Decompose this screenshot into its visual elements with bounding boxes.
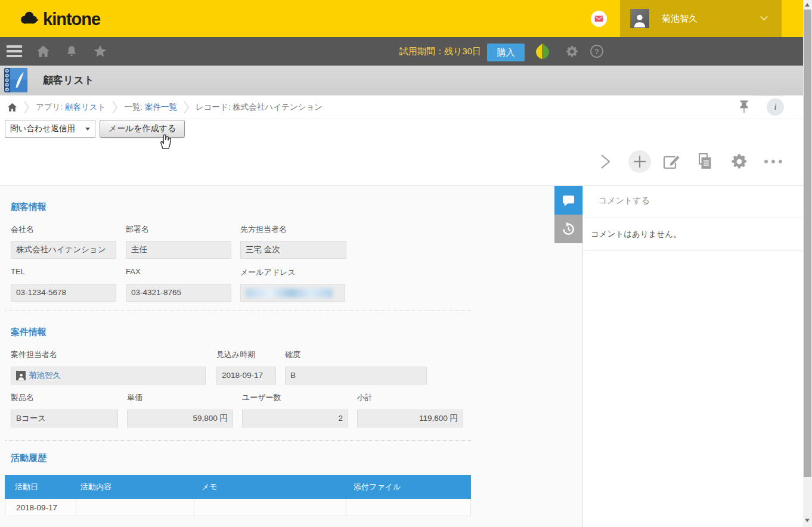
column-header: 添付ファイル bbox=[346, 475, 471, 499]
caret-down-icon bbox=[85, 128, 90, 131]
table-cell: 2018-09-17 bbox=[5, 499, 76, 516]
comment-compose-area[interactable]: コメントする bbox=[583, 186, 803, 218]
activity-table: 活動日 活動内容 メモ 添付ファイル 2018-09-17 bbox=[5, 475, 471, 516]
user-name: 菊池智久 bbox=[662, 13, 698, 24]
field-value-fax: 03-4321-8765 bbox=[126, 284, 231, 302]
add-record-button[interactable] bbox=[628, 150, 651, 173]
field-label: メールアドレス bbox=[240, 267, 296, 278]
mail-template-selected: 問い合わせ返信用 bbox=[10, 123, 75, 134]
mail-notification-button[interactable] bbox=[591, 11, 607, 27]
chevron-down-icon bbox=[760, 16, 768, 21]
beginner-mark-icon[interactable] bbox=[535, 43, 550, 60]
home-icon[interactable] bbox=[33, 37, 52, 66]
comment-empty-row: コメントはありません。 bbox=[583, 218, 803, 251]
section-divider bbox=[5, 440, 471, 441]
comments-tab-icon bbox=[562, 194, 575, 207]
field-label: 会社名 bbox=[11, 224, 34, 235]
field-label: 製品名 bbox=[11, 392, 34, 403]
table-cell bbox=[76, 499, 194, 516]
field-label: 部署名 bbox=[126, 224, 149, 235]
field-value-department: 主任 bbox=[126, 241, 231, 259]
kintone-logo[interactable]: kintone bbox=[19, 9, 100, 29]
info-icon[interactable]: i bbox=[767, 98, 784, 116]
global-toolbar: 試用期間：残り30日 購入 ? bbox=[0, 37, 812, 66]
field-label: ユーザー数 bbox=[242, 392, 281, 403]
cursor-icon bbox=[157, 132, 172, 150]
assignee-link[interactable]: 菊池智久 bbox=[29, 367, 61, 384]
avatar bbox=[630, 9, 649, 28]
breadcrumb: アプリ: 顧客リスト 一覧: 案件一覧 レコード: 株式会社ハイテンション bbox=[0, 96, 812, 119]
section-title-case: 案件情報 bbox=[11, 327, 47, 338]
settings-icon[interactable] bbox=[562, 37, 581, 66]
breadcrumb-app: アプリ: 顧客リスト bbox=[36, 102, 106, 113]
table-cell bbox=[346, 499, 470, 516]
app-title-bar: 顧客リスト bbox=[0, 66, 812, 95]
field-label: 確度 bbox=[285, 349, 300, 360]
breadcrumb-list: 一覧: 案件一覧 bbox=[124, 102, 177, 113]
plus-icon bbox=[633, 155, 646, 168]
field-value-probability: B bbox=[285, 367, 427, 385]
user-chip: 菊池智久 bbox=[16, 367, 200, 384]
user-menu[interactable]: 菊池智久 bbox=[620, 0, 782, 37]
field-value-user-count: 2 bbox=[242, 410, 348, 427]
table-cell bbox=[194, 499, 346, 516]
breadcrumb-separator-icon bbox=[184, 100, 189, 114]
menu-icon[interactable] bbox=[5, 37, 24, 66]
scrollbar-thumb[interactable] bbox=[804, 10, 811, 477]
pin-icon[interactable] bbox=[738, 100, 752, 115]
field-value-tel: 03-1234-5678 bbox=[11, 284, 116, 302]
scroll-up-arrow[interactable] bbox=[805, 3, 810, 7]
top-header-bar: kintone 菊池智久 bbox=[0, 0, 812, 37]
field-value-contact: 三宅 金次 bbox=[240, 241, 346, 259]
edit-record-icon[interactable] bbox=[663, 153, 681, 169]
next-record-icon[interactable] bbox=[599, 154, 613, 169]
tab-history[interactable] bbox=[554, 215, 582, 243]
field-value-product: Bコース bbox=[11, 410, 118, 427]
redaction-blur bbox=[246, 289, 333, 297]
breadcrumb-list-link[interactable]: 案件一覧 bbox=[145, 103, 177, 111]
field-label: TEL bbox=[11, 267, 25, 276]
tab-comments[interactable] bbox=[554, 186, 582, 215]
field-value-subtotal: 119,600 円 bbox=[357, 410, 463, 427]
favorites-icon[interactable] bbox=[91, 37, 110, 66]
breadcrumb-separator-icon bbox=[24, 100, 29, 114]
mail-template-select[interactable]: 問い合わせ返信用 bbox=[5, 120, 95, 138]
section-title-customer: 顧客情報 bbox=[11, 202, 47, 213]
breadcrumb-home-icon[interactable] bbox=[7, 103, 17, 112]
field-label: 見込み時期 bbox=[216, 349, 255, 360]
breadcrumb-record-label: レコード: 株式会社ハイテンション bbox=[196, 102, 323, 113]
field-label: FAX bbox=[126, 267, 141, 276]
page-title: 顧客リスト bbox=[43, 66, 94, 95]
avatar-icon bbox=[633, 13, 646, 28]
breadcrumb-app-prefix: アプリ: bbox=[36, 103, 65, 111]
help-icon[interactable]: ? bbox=[590, 45, 603, 58]
record-detail-form: 顧客情報 会社名 部署名 先方担当者名 株式会社ハイテンション 主任 三宅 金次… bbox=[0, 185, 582, 527]
activity-table-header: 活動日 活動内容 メモ 添付ファイル bbox=[5, 475, 471, 499]
breadcrumb-separator-icon bbox=[112, 100, 117, 114]
field-value-unit-price: 59,800 円 bbox=[127, 410, 233, 427]
avatar-icon bbox=[16, 371, 26, 380]
field-value-company: 株式会社ハイテンション bbox=[11, 241, 116, 259]
field-label: 案件担当者名 bbox=[11, 349, 57, 360]
record-settings-icon[interactable] bbox=[730, 153, 748, 170]
table-row: 2018-09-17 bbox=[5, 499, 471, 516]
column-header: 活動日 bbox=[5, 475, 76, 499]
vertical-scrollbar[interactable] bbox=[803, 0, 812, 527]
duplicate-record-icon[interactable] bbox=[698, 153, 714, 170]
more-icon[interactable] bbox=[764, 160, 782, 163]
column-header: 活動内容 bbox=[76, 475, 194, 499]
field-label: 先方担当者名 bbox=[240, 224, 287, 235]
field-value-assignee: 菊池智久 bbox=[11, 367, 206, 385]
logo-mark-icon bbox=[19, 11, 39, 27]
field-value-expected-date: 2018-09-17 bbox=[216, 367, 276, 385]
column-header: メモ bbox=[194, 475, 346, 499]
scroll-down-arrow[interactable] bbox=[805, 519, 810, 522]
history-tab-icon bbox=[561, 222, 576, 237]
notifications-icon[interactable] bbox=[62, 37, 81, 66]
field-label: 小計 bbox=[357, 392, 373, 403]
comment-compose-placeholder: コメントする bbox=[599, 196, 650, 206]
breadcrumb-list-prefix: 一覧: bbox=[124, 103, 145, 111]
buy-button[interactable]: 購入 bbox=[487, 44, 525, 61]
app-icon bbox=[2, 67, 29, 94]
breadcrumb-app-link[interactable]: 顧客リスト bbox=[65, 103, 106, 111]
